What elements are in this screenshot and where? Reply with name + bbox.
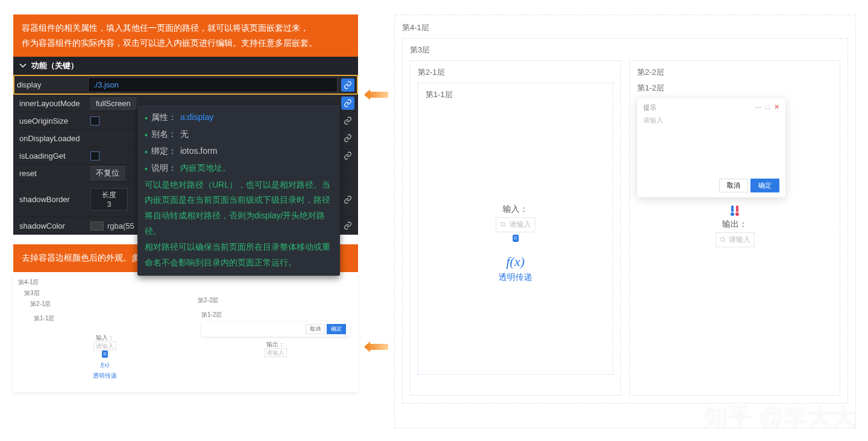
layer-22-title: 第2-2层	[637, 67, 832, 78]
svg-rect-2	[736, 206, 738, 212]
mini-ok[interactable]: 确定	[327, 324, 346, 334]
dialog-cancel-button[interactable]: 取消	[719, 179, 748, 192]
mini-l22: 第2-2层	[198, 296, 353, 305]
input-field[interactable]: 请输入	[496, 217, 535, 232]
search-icon	[500, 221, 507, 228]
banner-line-1: 容器组件的相关属性，填入其他任一页面的路径，就可以将该页面嵌套过来，	[22, 21, 350, 36]
prop-label: innerLayoutMode	[19, 99, 90, 108]
mini-out: 输出：	[266, 341, 285, 347]
tooltip-body1: 可以是绝对路径（URL），也可以是相对路径。当内嵌页面是在当前页面当前级或下级目…	[145, 177, 333, 240]
maximize-icon[interactable]: □	[766, 103, 770, 110]
layer-1-1: 第1-1层 输入： 请输入 0 f(x) 透明传递	[418, 83, 613, 375]
mini-input[interactable]: 请输入	[93, 341, 116, 351]
link-icon[interactable]	[341, 219, 354, 232]
svg-point-5	[720, 237, 724, 241]
layer-3-title: 第3层	[410, 45, 840, 56]
layer-21-title: 第2-1层	[418, 67, 613, 78]
pin-icon: 0	[512, 235, 518, 242]
link-icon[interactable]	[341, 193, 354, 206]
chevron-down-icon	[19, 62, 27, 69]
property-tooltip: •属性：a:display •别名：无 •绑定：iotos.form •说明：内…	[137, 105, 340, 276]
prop-row-display: display	[13, 75, 358, 95]
fx-label: 透明传递	[496, 272, 535, 283]
prop-label-display: display	[17, 80, 88, 89]
close-icon[interactable]: ✕	[774, 103, 779, 110]
minimize-icon[interactable]: —	[755, 103, 761, 110]
mini-l4: 第4-1层	[18, 278, 180, 287]
checkbox[interactable]	[90, 116, 99, 125]
checkbox[interactable]	[90, 151, 99, 160]
color-value: rgba(55	[107, 221, 134, 230]
layer-2-2: 第2-2层 第1-2层 提示 — □ ✕ 请输入	[629, 60, 840, 396]
prop-label: reset	[19, 169, 90, 178]
arrow-right-to-left-icon	[364, 341, 388, 352]
mini-cancel[interactable]: 取消	[306, 324, 325, 334]
svg-point-0	[501, 222, 505, 226]
section-header[interactable]: 功能（关键）	[13, 57, 358, 75]
layer-2-1: 第2-1层 第1-1层 输入： 请输入 0 f(x) 透明传递	[410, 60, 621, 396]
length-label: 长度	[102, 190, 116, 200]
right-preview: 第4-1层 第3层 第2-1层 第1-1层 输入： 请输入 0	[394, 14, 856, 428]
layer-4-title: 第4-1层	[402, 22, 848, 33]
connector-icon	[730, 206, 740, 217]
output-field[interactable]: 请输入	[715, 232, 755, 247]
mini-in: 输入：	[96, 334, 114, 341]
select-reset[interactable]: 不复位	[90, 166, 125, 180]
layer-1-2: 第1-2层 提示 — □ ✕ 请输入 取消	[637, 83, 832, 375]
output-label: 输出：	[637, 219, 832, 230]
input-label: 输入：	[496, 204, 535, 215]
link-icon[interactable]	[341, 114, 354, 127]
prop-label: useOriginSize	[19, 116, 90, 125]
length-value: 3	[107, 200, 112, 209]
layer-11-title: 第1-1层	[426, 89, 605, 100]
pin-icon: 0	[102, 351, 108, 358]
prop-label: shadowColor	[19, 221, 90, 230]
layer-3: 第3层 第2-1层 第1-1层 输入： 请输入 0 f(x)	[402, 38, 848, 404]
banner-line-2: 作为容器组件的实际内容，双击可以进入内嵌页进行编辑。支持任意多层嵌套。	[22, 36, 350, 51]
link-icon[interactable]	[341, 97, 354, 110]
link-icon[interactable]	[341, 78, 354, 92]
prop-label: isLoadingGet	[19, 151, 90, 160]
prop-label: shadowBorder	[19, 195, 90, 204]
mini-input[interactable]: 请输入	[264, 348, 287, 357]
select-innerlayout[interactable]: fullScreen	[90, 97, 136, 110]
mini-l12: 第1-2层	[201, 311, 350, 319]
svg-rect-1	[731, 206, 734, 212]
section-title: 功能（关键）	[31, 60, 78, 71]
display-input[interactable]	[88, 77, 338, 92]
arrow-right-to-left-icon	[364, 89, 388, 100]
color-swatch[interactable]	[90, 221, 104, 230]
dialog: 提示 — □ ✕ 请输入 取消 确定	[637, 98, 785, 197]
shadowborder-length[interactable]: 长度 3	[90, 188, 128, 211]
mini-l11: 第1-1层	[34, 314, 176, 323]
banner-top: 容器组件的相关属性，填入其他任一页面的路径，就可以将该页面嵌套过来， 作为容器组…	[13, 14, 358, 57]
lower-preview: 第4-1层 第3层 第2-1层 第1-1层 输入： 请输入 0 f(x) 透明传…	[13, 272, 358, 392]
dialog-ok-button[interactable]: 确定	[750, 179, 779, 192]
link-icon[interactable]	[341, 132, 354, 145]
mini-l21: 第2-1层	[30, 300, 180, 308]
layer-12-title: 第1-2层	[637, 83, 832, 94]
fx-icon: f(x)	[496, 254, 535, 270]
link-icon[interactable]	[341, 149, 354, 162]
search-icon	[720, 236, 726, 243]
prop-label: onDisplayLoaded	[19, 134, 90, 143]
mini-l3: 第3层	[24, 289, 180, 297]
svg-point-3	[731, 212, 734, 216]
tooltip-body2: 相对路径可以确保当前页面所在目录整体移动或重命名不会影响到目录内的页面正常运行。	[145, 240, 333, 271]
dialog-body[interactable]: 请输入	[643, 116, 779, 174]
svg-point-4	[735, 212, 739, 216]
dialog-title: 提示	[643, 103, 656, 112]
mini-pass: 透明传递	[34, 372, 176, 380]
